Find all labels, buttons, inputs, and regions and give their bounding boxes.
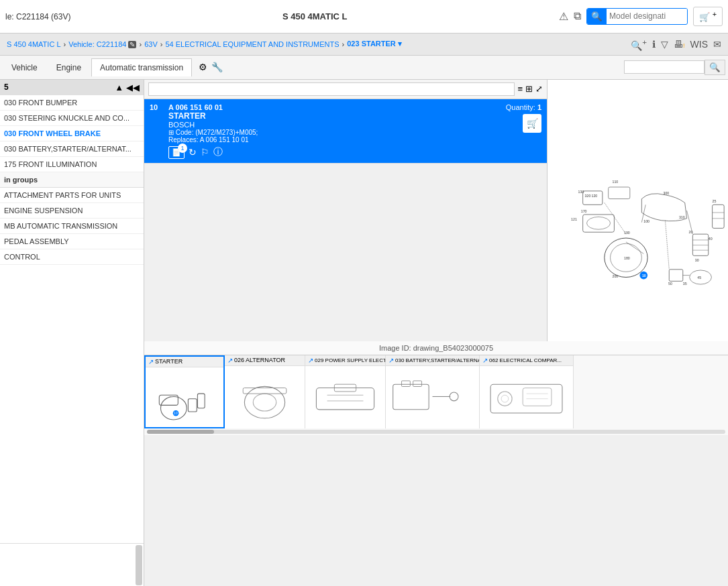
settings-icon[interactable]: ⚙: [199, 62, 207, 72]
thumb-battery[interactable]: ↗ 030 BATTERY,STARTER/ALTERNATOR CABLE: [386, 355, 480, 428]
part-quantity-area: Quantity: 1 🛒: [506, 103, 541, 133]
part-brand: BOSCH: [168, 121, 501, 129]
image-info: Image ID: drawing_B54023000075: [144, 341, 728, 355]
copy-icon[interactable]: ⧉: [574, 10, 581, 22]
thumbnails-scrollbar-thumb[interactable]: [147, 430, 214, 434]
share-icon[interactable]: ⚐: [201, 147, 209, 158]
info-circle-icon[interactable]: ⓘ: [213, 146, 223, 158]
tab-search-input[interactable]: [624, 60, 705, 74]
part-actions: 📄 1 ↻ ⚐ ⓘ: [168, 146, 501, 159]
parts-list-area: ≡ ⊞ ⤢ 10 A 006 151 60 01 STARTER BOSCH ⊞…: [144, 80, 728, 341]
svg-rect-0: [548, 136, 728, 285]
thumb-power-label: ↗ 029 POWER SUPPLY ELECTRIC...: [305, 355, 385, 366]
breadcrumb-electrical[interactable]: 54 ELECTRICAL EQUIPMENT AND INSTRUMENTS: [165, 40, 339, 48]
external-link-icon-3: ↗: [308, 357, 313, 364]
parts-entries: 10 A 006 151 60 01 STARTER BOSCH ⊞ Code:…: [144, 99, 547, 341]
thumb-electrical-img: [480, 366, 573, 428]
sidebar-number: 5: [4, 82, 9, 92]
parts-search-input[interactable]: [148, 82, 515, 96]
add-to-cart-button[interactable]: 🛒: [523, 114, 541, 133]
thumb-starter[interactable]: ↗ STARTER 10: [144, 355, 225, 428]
external-link-icon-2: ↗: [227, 357, 233, 364]
thumb-alternator-img: [225, 366, 305, 428]
filter-icon[interactable]: ▽: [661, 38, 668, 51]
svg-text:180: 180: [624, 256, 630, 260]
tab-vehicle[interactable]: Vehicle: [3, 58, 46, 76]
zoom-icon[interactable]: 🔍+: [631, 38, 647, 51]
warning-icon[interactable]: ⚠: [559, 10, 568, 23]
tools-icon[interactable]: 🔧: [211, 62, 223, 72]
breadcrumb-s450[interactable]: S 450 4MATIC L: [7, 40, 61, 48]
print-icon[interactable]: 🖶!: [674, 38, 685, 51]
svg-text:130: 130: [578, 189, 584, 193]
cart-button[interactable]: 🛒 +: [693, 7, 723, 25]
thumb-svg-battery: [386, 373, 479, 420]
breadcrumb-starter[interactable]: 023 STARTER ▾: [347, 40, 402, 48]
expand-icon[interactable]: ⤢: [535, 84, 543, 94]
thumb-electrical-label: ↗ 062 ELECTRICAL COMPAR...: [480, 355, 573, 366]
tab-search-button[interactable]: 🔍: [705, 60, 725, 75]
sidebar-item-front-illumination[interactable]: 175 FRONT ILLUMINATION: [0, 157, 144, 172]
breadcrumb-63v[interactable]: 63V: [144, 40, 158, 48]
sidebar-group-control[interactable]: CONTROL: [0, 249, 144, 265]
svg-text:200: 200: [612, 274, 618, 278]
sidebar-scrollbar-area: [0, 543, 144, 586]
svg-text:10: 10: [642, 273, 646, 277]
thumb-electrical[interactable]: ↗ 062 ELECTRICAL COMPAR...: [480, 355, 574, 428]
grid-view-icon[interactable]: ⊞: [525, 84, 533, 94]
quantity-label: Quantity: 1: [506, 103, 541, 111]
thumb-power-supply[interactable]: ↗ 029 POWER SUPPLY ELECTRIC...: [305, 355, 386, 428]
tab-engine[interactable]: Engine: [48, 58, 90, 76]
search-button[interactable]: 🔍: [587, 9, 607, 24]
thumb-power-img: [305, 366, 385, 428]
sidebar-item-front-wheel-brake[interactable]: 030 FRONT WHEEL BRAKE: [0, 126, 144, 141]
vehicle-id-label: le: C221184 (63V): [5, 12, 70, 21]
sidebar-expand-btn[interactable]: ◀◀: [126, 82, 140, 93]
svg-rect-54: [309, 373, 382, 420]
wis-button[interactable]: WIS: [690, 38, 708, 51]
svg-text:121: 121: [571, 217, 577, 221]
list-view-icon[interactable]: ≡: [517, 84, 523, 94]
mail-icon[interactable]: ✉: [713, 38, 721, 51]
sidebar-section-in-groups: in groups: [0, 172, 144, 188]
part-entry: 10 A 006 151 60 01 STARTER BOSCH ⊞ Code:…: [144, 99, 547, 164]
part-replaces: Replaces: A 006 151 10 01: [168, 136, 501, 143]
external-link-icon-5: ↗: [482, 357, 488, 364]
svg-text:25: 25: [713, 199, 717, 203]
thumb-svg-alternator: [225, 373, 305, 420]
sidebar-group-pedal[interactable]: PEDAL ASSEMBLY: [0, 234, 144, 249]
sidebar-items: 030 FRONT BUMPER 030 STEERING KNUCKLE AN…: [0, 95, 144, 543]
part-name: STARTER: [168, 111, 501, 121]
thumb-svg-power: [305, 373, 385, 420]
tab-icons: ⚙ 🔧: [199, 62, 223, 72]
parts-table: ≡ ⊞ ⤢ 10 A 006 151 60 01 STARTER BOSCH ⊞…: [144, 80, 547, 341]
svg-text:35: 35: [683, 282, 687, 285]
sidebar-item-front-bumper[interactable]: 030 FRONT BUMPER: [0, 95, 144, 111]
info-icon[interactable]: ℹ: [652, 38, 656, 51]
refresh-icon[interactable]: ↻: [189, 147, 197, 158]
thumb-alternator-label: ↗ 026 ALTERNATOR: [225, 355, 305, 366]
sidebar-item-battery-starter[interactable]: 030 BATTERY,STARTER/ALTERNAT...: [0, 141, 144, 157]
svg-text:170: 170: [581, 209, 587, 213]
sidebar-scrollbar[interactable]: [136, 545, 142, 585]
diagram-area: 180 200 170 300 310: [547, 80, 728, 341]
tab-search: 🔍: [624, 60, 725, 75]
breadcrumb-vehicle[interactable]: Vehicle: C221184 ✎: [68, 40, 136, 48]
svg-text:50: 50: [668, 282, 672, 285]
sidebar-group-mb-automatic[interactable]: MB AUTOMATIC TRANSMISSION: [0, 219, 144, 234]
thumb-battery-img: [386, 366, 479, 428]
model-search-input[interactable]: [607, 9, 687, 23]
part-id: A 006 151 60 01: [168, 103, 501, 111]
sidebar-group-engine-suspension[interactable]: ENGINE SUSPENSION: [0, 203, 144, 219]
sidebar-group-attachment[interactable]: ATTACHMENT PARTS FOR UNITS: [0, 188, 144, 203]
content-area: ≡ ⊞ ⤢ 10 A 006 151 60 01 STARTER BOSCH ⊞…: [144, 80, 728, 586]
svg-text:40: 40: [709, 237, 713, 241]
thumb-svg-starter: 10: [146, 373, 223, 420]
thumb-svg-electrical: [480, 373, 573, 420]
svg-text:10: 10: [174, 412, 178, 416]
tab-automatic-transmission[interactable]: Automatic transmission: [91, 58, 192, 76]
sidebar-item-steering-knuckle[interactable]: 030 STEERING KNUCKLE AND CO...: [0, 111, 144, 126]
sidebar-collapse-btn[interactable]: ▲: [115, 82, 123, 93]
sidebar-header: 5 ▲ ◀◀: [0, 80, 144, 95]
thumb-alternator[interactable]: ↗ 026 ALTERNATOR: [225, 355, 305, 428]
